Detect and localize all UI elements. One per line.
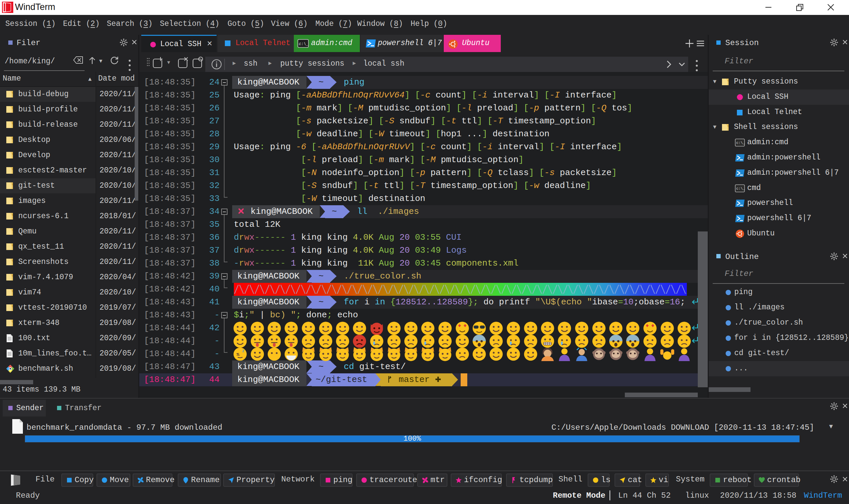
svg-text:c:\_: c:\_ (736, 141, 745, 145)
svg-text:c:\_: c:\_ (299, 42, 308, 47)
svg-text:c:\_: c:\_ (736, 187, 745, 191)
svg-text:z: z (242, 348, 245, 353)
